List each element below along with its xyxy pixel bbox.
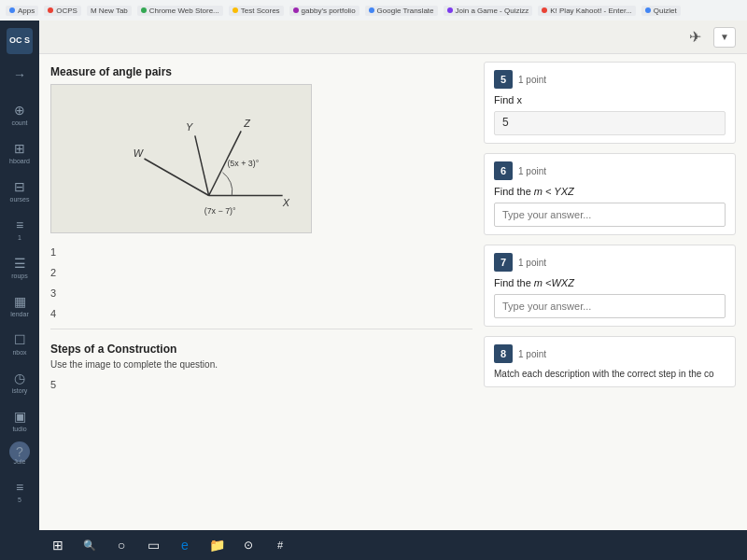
q5-points: 1 point	[518, 75, 546, 85]
svg-text:(5x + 3)°: (5x + 3)°	[227, 159, 259, 168]
sidebar-item-count[interactable]: ⊕ count	[0, 95, 39, 128]
sidebar-item-history[interactable]: ◷ istory	[0, 363, 39, 396]
help-label: Jule	[14, 458, 26, 465]
chrome-icon[interactable]: ⊙	[237, 534, 260, 556]
q7-header: 7 1 point	[494, 253, 726, 272]
sidebar-item-studio[interactable]: ▣ tudio	[0, 401, 39, 434]
left-column: Measure of angle pairs	[50, 62, 472, 523]
q8-badge: 8	[494, 344, 513, 363]
q5-badge: 5	[494, 70, 513, 89]
tab-ocps[interactable]: OCPS	[44, 6, 81, 16]
q5-text: Find x	[494, 94, 726, 105]
q8-points: 1 point	[518, 349, 546, 359]
tab-testscores[interactable]: Test Scores	[229, 6, 284, 16]
item1-label: 1	[18, 234, 21, 241]
collapse-button[interactable]: ▼	[713, 27, 736, 48]
calc-icon[interactable]: #	[269, 534, 291, 556]
plane-icon[interactable]: ✈	[682, 24, 708, 50]
q8-text: Match each description with the correct …	[494, 369, 726, 379]
section2-desc: Use the image to complete the question.	[50, 359, 472, 370]
browser-bar: Apps OCPS M New Tab Chrome Web Store... …	[0, 0, 747, 21]
q7-points: 1 point	[518, 258, 546, 268]
page-content: Measure of angle pairs	[39, 54, 747, 530]
qnum-5: 5	[50, 379, 63, 390]
svg-text:X: X	[282, 197, 290, 208]
qnum-4: 4	[50, 308, 63, 319]
dashboard-label: hboard	[9, 158, 30, 164]
tab-quizlet[interactable]: Quizlet	[641, 6, 681, 16]
q6-badge: 6	[494, 161, 513, 180]
nav-row-4: 4	[50, 302, 472, 323]
svg-text:W: W	[134, 147, 145, 159]
content-area: ✈ ▼ Measure of angle pairs	[39, 21, 747, 560]
sidebar-item-inbox[interactable]: ☐ nbox	[0, 325, 39, 357]
sidebar-item-dashboard[interactable]: ⊞ hboard	[0, 133, 39, 166]
question-card-5: 5 1 point Find x 5	[484, 62, 736, 144]
sidebar-item-calendar[interactable]: ▦ lendar	[0, 287, 39, 319]
svg-text:Y: Y	[186, 121, 193, 133]
courses-label: ourses	[9, 196, 29, 203]
nav-row-2: 2	[50, 261, 472, 282]
top-bar: ✈ ▼	[39, 21, 747, 54]
count-label: count	[11, 119, 27, 126]
sidebar-item-1[interactable]: ≡ 1	[0, 210, 39, 243]
studio-label: tudio	[12, 426, 26, 432]
section2-title: Steps of a Construction	[50, 343, 472, 356]
arrow-right-icon[interactable]: →	[7, 62, 33, 88]
sidebar-item-courses[interactable]: ⊟ ourses	[0, 172, 39, 204]
edge-icon[interactable]: e	[174, 534, 196, 556]
q5-answer: 5	[494, 111, 726, 135]
right-column: 5 1 point Find x 5 6 1 point Find the m …	[484, 62, 736, 523]
svg-text:Z: Z	[243, 118, 250, 129]
app-logo: OC S	[7, 28, 33, 54]
sidebar-item-help[interactable]: ? Jule	[0, 440, 39, 467]
tab-portfolio[interactable]: gabby's portfolio	[289, 6, 359, 16]
q6-text: Find the m < YXZ	[494, 186, 726, 197]
nav-numbers: 1 2 3 4	[50, 241, 472, 323]
svg-text:(7x − 7)°: (7x − 7)°	[204, 206, 236, 216]
qnum-1: 1	[50, 246, 63, 258]
tab-kahoot[interactable]: K! Play Kahoot! - Enter...	[538, 6, 636, 16]
q6-input[interactable]	[494, 203, 726, 227]
cortana-icon[interactable]: ○	[110, 534, 133, 556]
question-card-7: 7 1 point Find the m <WXZ	[484, 245, 736, 327]
q7-text: Find the m <WXZ	[494, 277, 726, 288]
folder-icon[interactable]: 📁	[205, 534, 228, 556]
q6-header: 6 1 point	[494, 161, 726, 180]
q7-input[interactable]	[494, 294, 726, 318]
section1-title: Measure of angle pairs	[50, 65, 472, 78]
tab-translate[interactable]: Google Translate	[365, 6, 438, 16]
inbox-label: nbox	[12, 349, 26, 356]
sidebar-item-groups[interactable]: ☰ roups	[0, 248, 39, 281]
windows-icon[interactable]: ⊞	[47, 534, 69, 556]
tab-quizizz[interactable]: Join a Game - Quizizz	[444, 6, 533, 16]
top-bar-right: ✈ ▼	[682, 24, 736, 50]
q8-header: 8 1 point	[494, 344, 726, 363]
tab-newtab[interactable]: M New Tab	[87, 6, 132, 16]
qnum-2: 2	[50, 267, 63, 278]
taskview-icon[interactable]: ▭	[142, 534, 164, 556]
nav5-label: 5	[18, 497, 21, 503]
q7-badge: 7	[494, 253, 513, 272]
question-card-6: 6 1 point Find the m < YXZ	[484, 153, 736, 235]
sidebar-item-nav5[interactable]: ≡ 5	[0, 472, 39, 505]
nav-row-3: 3	[50, 282, 472, 302]
svg-rect-0	[52, 85, 311, 232]
tab-apps[interactable]: Apps	[6, 6, 38, 16]
taskbar: ⊞ 🔍 ○ ▭ e 📁 ⊙ #	[39, 530, 747, 560]
q6-math: m < YXZ	[534, 186, 574, 197]
groups-label: roups	[11, 273, 28, 279]
q7-math: m <WXZ	[534, 277, 574, 288]
search-icon[interactable]: 🔍	[78, 534, 101, 556]
tab-chromestore[interactable]: Chrome Web Store...	[137, 6, 223, 16]
q5-header: 5 1 point	[494, 70, 726, 89]
qnum-3: 3	[50, 287, 63, 299]
history-label: istory	[12, 387, 28, 394]
sidebar: OC S → ⊕ count ⊞ hboard ⊟ ourses ≡ 1 ☰ r…	[0, 21, 39, 560]
q6-points: 1 point	[518, 166, 546, 176]
calendar-label: lendar	[10, 311, 28, 317]
angle-diagram: X W Y Z (5x + 3)° (7x − 7)°	[50, 84, 312, 233]
sidebar-item-arrow[interactable]: →	[0, 60, 39, 90]
question-card-8: 8 1 point Match each description with th…	[484, 336, 736, 387]
nav-row-5: 5	[50, 373, 472, 394]
